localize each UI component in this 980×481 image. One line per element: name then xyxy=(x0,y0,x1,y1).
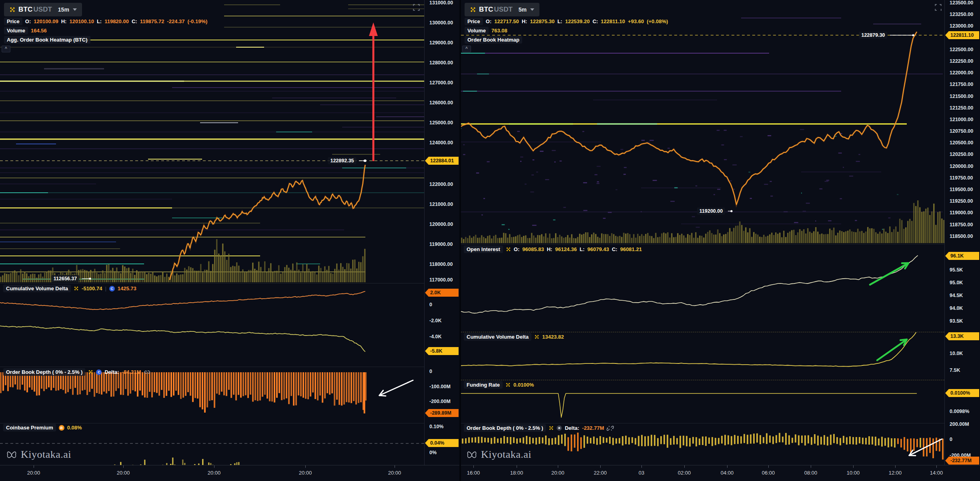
cvd-value: 13423.82 xyxy=(542,334,564,340)
time-tick xyxy=(517,465,517,468)
time-label: 22:00 xyxy=(594,470,607,476)
expand-icon[interactable] xyxy=(413,4,420,12)
price-tag: -232.77M xyxy=(945,457,979,465)
right-open-interest-pane[interactable] xyxy=(461,244,944,332)
heatmap-label: Order Book Heatmap xyxy=(465,36,522,44)
axis-label: 0 xyxy=(425,369,459,374)
timeframe-selector[interactable]: 5m xyxy=(519,6,527,13)
ohlc-l-value: 122539.20 xyxy=(565,18,589,24)
axis-label: 128000.00 xyxy=(425,60,459,66)
axis-label: 122000.00 xyxy=(425,182,459,187)
time-tick xyxy=(768,465,769,468)
ohlc-h-label: H: xyxy=(522,18,527,24)
axis-label: 0% xyxy=(425,450,459,455)
price-tag: 13.3K xyxy=(945,332,979,340)
time-tick xyxy=(305,465,306,468)
axis-label: 126000.00 xyxy=(425,100,459,106)
price-tag: 0.0100% xyxy=(945,389,979,397)
axis-label: 122000.00 xyxy=(945,70,980,76)
coinbase-icon: C xyxy=(96,369,102,375)
axis-label: 120500.00 xyxy=(945,140,980,146)
axis-label: 120000.00 xyxy=(945,164,980,169)
binance-icon xyxy=(88,369,93,375)
ohlc-o-value: 122717.50 xyxy=(494,18,519,24)
axis-label: 121000.00 xyxy=(945,117,980,122)
oi-h-label: H: xyxy=(547,246,552,252)
axis-label: 95.0K xyxy=(945,280,980,285)
right-symbol-selector[interactable]: BTCUSDT 5m xyxy=(465,3,539,16)
chevron-down-icon xyxy=(73,8,77,11)
axis-label: 120000.00 xyxy=(425,222,459,227)
time-label: 02:00 xyxy=(678,470,691,476)
time-label: 16:00 xyxy=(467,470,480,476)
axis-label: 121500.00 xyxy=(945,94,980,99)
collapse-heatmap-button[interactable]: ^ xyxy=(462,46,471,52)
price-tag: 122884.01 xyxy=(425,157,459,165)
axis-label: 122500.00 xyxy=(945,47,980,52)
premium-label: Coinbase Premium xyxy=(3,424,56,431)
axis-label: 119750.00 xyxy=(945,175,980,181)
time-tick xyxy=(895,465,896,468)
axis-label: 118500.00 xyxy=(945,234,980,239)
symbol-quote: USDT xyxy=(494,6,513,14)
left-price-scale[interactable] xyxy=(424,0,460,465)
axis-label: 119000.00 xyxy=(425,241,459,247)
time-tick xyxy=(936,465,937,468)
price-tag: 96.1K xyxy=(945,252,979,260)
price-tag: 2.0K xyxy=(425,289,459,297)
last-price-marker: 122879.30 xyxy=(859,32,887,39)
axis-label: 123000.00 xyxy=(945,23,980,29)
oi-o-value: 96085.83 xyxy=(522,246,544,252)
left-symbol-selector[interactable]: BTCUSDT 15m xyxy=(4,3,82,16)
axis-label: -4.0K xyxy=(425,334,459,339)
price-change-pct: (-0.19%) xyxy=(187,18,207,24)
time-label: 20:00 xyxy=(208,470,221,476)
axis-label: 118000.00 xyxy=(425,261,459,267)
time-label: 04:00 xyxy=(721,470,734,476)
axis-label: 10.0K xyxy=(945,351,980,356)
time-label: 03 xyxy=(639,470,644,476)
time-label: 20:00 xyxy=(551,470,565,476)
axis-label: -2.0K xyxy=(425,318,459,323)
axis-label: 127000.00 xyxy=(425,80,459,86)
axis-label: 118750.00 xyxy=(945,222,980,228)
axis-label: 131000.00 xyxy=(425,0,459,6)
broken-link-icon[interactable] xyxy=(607,425,614,431)
binance-icon xyxy=(534,334,539,339)
rp-oi-chart xyxy=(461,244,944,332)
symbol-quote: USDT xyxy=(34,6,52,14)
collapse-heatmap-button[interactable]: ^ xyxy=(2,46,10,52)
axis-label: 120750.00 xyxy=(945,128,980,134)
butterfly-logo-icon xyxy=(466,449,478,460)
axis-label: 121000.00 xyxy=(425,202,459,207)
open-interest-label: Open Interest xyxy=(464,245,503,253)
delta-value: -84.31M xyxy=(122,369,141,375)
ohlc-o-label: O: xyxy=(486,18,491,24)
left-cvd-pane[interactable] xyxy=(0,283,424,367)
obd-label: Order Book Depth ( 0% - 2.5% ) xyxy=(3,368,85,376)
price-row-label: Price xyxy=(465,18,483,25)
link-icon[interactable] xyxy=(144,369,151,375)
delta-label: Delta: xyxy=(104,369,119,375)
expand-icon[interactable] xyxy=(935,4,942,12)
time-tick xyxy=(600,465,601,468)
time-tick xyxy=(684,465,685,468)
ohlc-o-label: O: xyxy=(25,18,31,24)
axis-label: 117000.00 xyxy=(425,277,459,283)
kiyotaka-watermark: Kiyotaka.ai xyxy=(6,449,71,461)
volume-value: 164.56 xyxy=(31,28,47,34)
panel-divider xyxy=(459,0,461,481)
axis-label: 95.5K xyxy=(945,267,980,273)
timeframe-selector[interactable]: 15m xyxy=(58,6,69,13)
ohlc-h-value: 120100.10 xyxy=(69,18,94,24)
time-tick xyxy=(214,465,214,468)
time-tick xyxy=(558,465,558,468)
exchange-icon xyxy=(557,425,562,431)
oi-l-label: L: xyxy=(579,246,584,252)
time-tick xyxy=(641,465,642,468)
time-label: 06:00 xyxy=(762,470,775,476)
volume-value: 763.08 xyxy=(491,28,507,34)
time-axis[interactable] xyxy=(0,465,980,481)
lp-cvd-chart xyxy=(0,283,424,367)
axis-label: 121250.00 xyxy=(945,105,980,111)
